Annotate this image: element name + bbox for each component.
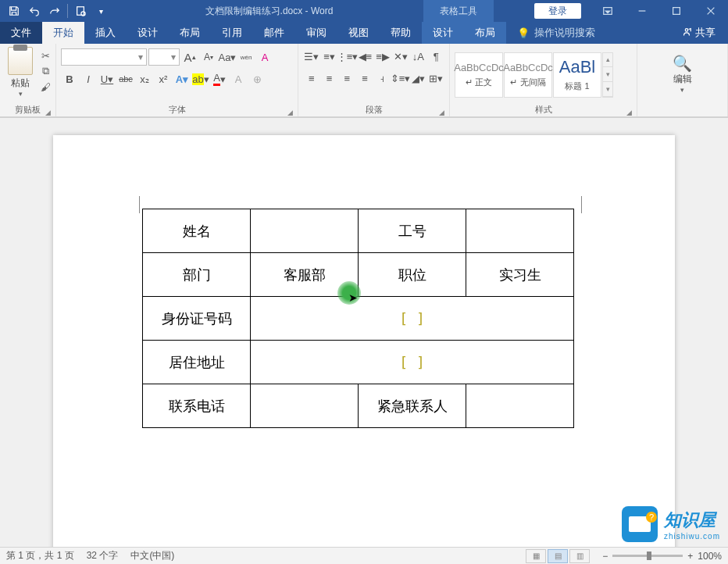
cell-emergency-label[interactable]: 紧急联系人 (359, 384, 466, 428)
tab-references[interactable]: 引用 (211, 22, 253, 44)
justify-icon[interactable]: ≡ (356, 70, 373, 87)
superscript-button[interactable]: x² (155, 70, 172, 87)
form-table[interactable]: 姓名 工号 部门 客服部 职位 实习生 身份证号码 [ ] 居住地址 [ ] 联… (142, 209, 574, 428)
grow-font-icon[interactable]: A▴ (181, 48, 198, 66)
increase-indent-icon[interactable]: ≡▶ (374, 48, 391, 65)
zoom-out-icon[interactable]: − (602, 551, 608, 562)
redo-icon[interactable] (45, 2, 64, 20)
share-button[interactable]: 共享 (669, 22, 728, 44)
cell-position-label[interactable]: 职位 (359, 253, 466, 297)
align-right-icon[interactable]: ≡ (338, 70, 355, 87)
table-row[interactable]: 联系电话 紧急联系人 (143, 384, 574, 428)
minimize-icon[interactable] (625, 0, 659, 22)
tab-design[interactable]: 设计 (127, 22, 169, 44)
font-family-combo[interactable]: ▾ (61, 48, 147, 66)
read-mode-icon[interactable]: ▦ (526, 549, 546, 563)
web-layout-icon[interactable]: ▥ (569, 549, 590, 563)
editing-label[interactable]: 编辑 (673, 73, 692, 86)
tab-review[interactable]: 审阅 (295, 22, 337, 44)
print-layout-icon[interactable]: ▤ (548, 549, 568, 563)
document-page[interactable]: 姓名 工号 部门 客服部 职位 实习生 身份证号码 [ ] 居住地址 [ ] 联… (53, 135, 675, 547)
find-icon[interactable]: 🔍 (673, 54, 692, 73)
page-indicator[interactable]: 第 1 页，共 1 页 (6, 549, 74, 562)
styles-gallery-scroll[interactable]: ▴▾▾ (602, 52, 613, 98)
paragraph-launcher-icon[interactable]: ◢ (439, 109, 444, 116)
phonetic-guide-icon[interactable]: wén (237, 48, 255, 66)
table-row[interactable]: 居住地址 [ ] (143, 341, 574, 384)
table-row[interactable]: 身份证号码 [ ] (143, 297, 574, 341)
cell-idcard-value[interactable]: [ ] (251, 297, 574, 341)
paste-button[interactable]: 粘贴 ▾ (3, 45, 37, 98)
shading-icon[interactable]: ◢▾ (410, 70, 427, 87)
cut-icon[interactable]: ✂ (37, 48, 53, 62)
zoom-level[interactable]: 100% (698, 551, 722, 562)
format-painter-icon[interactable]: 🖌 (37, 80, 53, 94)
maximize-icon[interactable] (659, 0, 694, 22)
zoom-slider[interactable] (612, 555, 683, 557)
highlight-icon[interactable]: ab▾ (192, 70, 209, 87)
cell-name-label[interactable]: 姓名 (143, 209, 251, 253)
login-button[interactable]: 登录 (534, 3, 581, 19)
cell-idcard-label[interactable]: 身份证号码 (143, 297, 251, 341)
style-heading1[interactable]: AaBl 标题 1 (553, 52, 601, 98)
tell-me-search[interactable]: 💡 操作说明搜索 (506, 22, 669, 44)
tab-help[interactable]: 帮助 (380, 22, 422, 44)
borders-icon[interactable]: ⊞▾ (427, 70, 444, 87)
cell-address-value[interactable]: [ ] (251, 341, 574, 384)
tab-insert[interactable]: 插入 (84, 22, 127, 44)
language-indicator[interactable]: 中文(中国) (130, 549, 174, 562)
cell-phone-label[interactable]: 联系电话 (143, 384, 251, 428)
cell-phone-value[interactable] (251, 384, 359, 428)
bullets-icon[interactable]: ☰▾ (303, 48, 320, 65)
cell-id-value[interactable] (466, 209, 574, 253)
table-row[interactable]: 部门 客服部 职位 实习生 (143, 253, 574, 297)
styles-launcher-icon[interactable]: ◢ (626, 109, 632, 116)
style-normal[interactable]: AaBbCcDc ↵ 正文 (455, 52, 503, 98)
cell-id-label[interactable]: 工号 (359, 209, 466, 253)
word-count[interactable]: 32 个字 (87, 549, 119, 562)
align-center-icon[interactable]: ≡ (321, 70, 338, 87)
zoom-in-icon[interactable]: + (687, 551, 693, 562)
tab-mailings[interactable]: 邮件 (253, 22, 295, 44)
line-spacing-icon[interactable]: ⇕≡▾ (392, 70, 409, 87)
underline-button[interactable]: U▾ (98, 70, 116, 87)
cell-dept-value[interactable]: 客服部 (251, 253, 359, 297)
font-size-combo[interactable]: ▾ (148, 48, 180, 66)
show-marks-icon[interactable]: ¶ (427, 48, 444, 65)
copy-icon[interactable]: ⧉ (37, 64, 53, 78)
cell-emergency-value[interactable] (466, 384, 574, 428)
numbering-icon[interactable]: ≡▾ (321, 48, 338, 65)
tab-table-layout[interactable]: 布局 (464, 22, 506, 44)
tab-home[interactable]: 开始 (42, 22, 84, 44)
qat-more-icon[interactable]: ▾ (91, 2, 110, 20)
text-effects-icon[interactable]: A▾ (173, 70, 191, 87)
tab-file[interactable]: 文件 (0, 22, 42, 44)
cell-name-value[interactable] (251, 209, 359, 253)
print-preview-icon[interactable] (71, 2, 90, 20)
enclose-char-icon[interactable]: ⊕ (248, 70, 266, 87)
change-case-icon[interactable]: Aa▾ (219, 48, 236, 66)
font-color-icon[interactable]: A▾ (211, 70, 228, 87)
italic-button[interactable]: I (80, 70, 97, 87)
subscript-button[interactable]: x₂ (136, 70, 153, 87)
strikethrough-button[interactable]: abc (117, 70, 134, 87)
tab-table-design[interactable]: 设计 (422, 22, 464, 44)
tab-layout[interactable]: 布局 (169, 22, 211, 44)
cell-position-value[interactable]: 实习生 (466, 253, 574, 297)
decrease-indent-icon[interactable]: ◀≡ (356, 48, 373, 65)
align-left-icon[interactable]: ≡ (303, 70, 320, 87)
distribute-icon[interactable]: ⫞ (374, 70, 391, 87)
font-launcher-icon[interactable]: ◢ (287, 109, 293, 116)
cell-dept-label[interactable]: 部门 (143, 253, 251, 297)
sort-icon[interactable]: ↓A (410, 48, 427, 65)
shrink-font-icon[interactable]: A▾ (200, 48, 217, 66)
char-shading-icon[interactable]: A (230, 70, 247, 87)
clear-format-icon[interactable]: A (256, 48, 273, 66)
ribbon-options-icon[interactable] (591, 0, 625, 22)
close-icon[interactable] (694, 0, 728, 22)
tab-view[interactable]: 视图 (337, 22, 380, 44)
table-row[interactable]: 姓名 工号 (143, 209, 574, 253)
undo-icon[interactable] (25, 2, 44, 20)
save-icon[interactable] (5, 2, 23, 20)
style-no-spacing[interactable]: AaBbCcDc ↵ 无间隔 (504, 52, 552, 98)
